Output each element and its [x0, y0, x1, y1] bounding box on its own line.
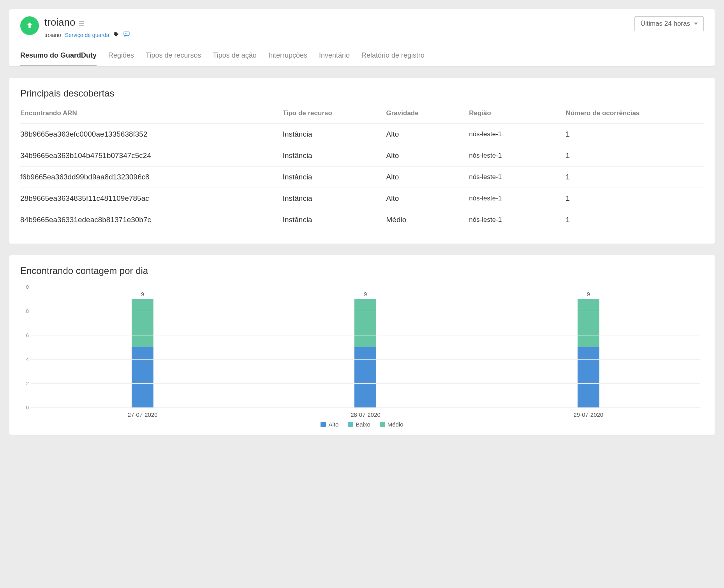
time-range-label: Últimas 24 horas — [640, 20, 690, 28]
cell-occurrences: 1 — [565, 145, 704, 167]
y-tick: 6 — [20, 332, 29, 338]
col-severity[interactable]: Gravidade — [386, 103, 469, 124]
legend-medio[interactable]: Médio — [380, 421, 403, 428]
cell-region: nós-leste-1 — [469, 209, 565, 231]
cell-region: nós-leste-1 — [469, 145, 565, 167]
x-tick: 28-07-2020 — [351, 411, 380, 418]
cell-type: Instância — [283, 145, 386, 167]
bar-total-label: 9 — [141, 291, 144, 297]
cell-severity: Médio — [386, 209, 469, 231]
bar-segment-medio — [354, 299, 376, 347]
comment-icon[interactable] — [123, 31, 130, 39]
x-tick: 27-07-2020 — [128, 411, 158, 418]
y-tick: 0 — [20, 405, 29, 411]
col-type[interactable]: Tipo de recurso — [283, 103, 386, 124]
tab-5[interactable]: Inventário — [319, 47, 350, 66]
cell-occurrences: 1 — [565, 167, 704, 188]
cell-occurrences: 1 — [565, 124, 704, 145]
table-row[interactable]: 28b9665ea3634835f11c481109e785acInstânci… — [20, 188, 704, 209]
arrow-up-icon — [25, 21, 34, 30]
time-range-select[interactable]: Últimas 24 horas — [634, 16, 704, 31]
cell-severity: Alto — [386, 145, 469, 167]
y-tick: 2 — [20, 381, 29, 386]
bar-group[interactable]: 9 — [255, 291, 476, 407]
breadcrumb: troiano Serviço de guarda — [44, 31, 130, 39]
y-tick: 0 — [20, 284, 29, 290]
cell-arn: 38b9665ea363efc0000ae1335638f352 — [20, 124, 283, 145]
svg-point-0 — [115, 33, 115, 33]
col-arn[interactable]: Encontrando ARN — [20, 103, 283, 124]
bar-group[interactable]: 9 — [478, 291, 699, 407]
tab-2[interactable]: Tipos de recursos — [146, 47, 201, 66]
tabs: Resumo do GuardDutyRegiõesTipos de recur… — [20, 47, 704, 66]
table-row[interactable]: f6b9665ea363dd99bd9aa8d1323096c8Instânci… — [20, 167, 704, 188]
x-tick: 29-07-2020 — [573, 411, 603, 418]
tab-3[interactable]: Tipos de ação — [213, 47, 256, 66]
col-region[interactable]: Região — [469, 103, 565, 124]
bar-total-label: 9 — [587, 291, 590, 297]
cell-severity: Alto — [386, 188, 469, 209]
hamburger-icon[interactable] — [79, 19, 84, 26]
chart-card: Encontrando contagem por dia 999 024680 … — [9, 255, 715, 435]
cell-type: Instância — [283, 188, 386, 209]
findings-table: Encontrando ARN Tipo de recurso Gravidad… — [20, 103, 704, 230]
bar-group[interactable]: 9 — [32, 291, 253, 407]
cell-arn: 28b9665ea3634835f11c481109e785ac — [20, 188, 283, 209]
cell-region: nós-leste-1 — [469, 124, 565, 145]
cell-type: Instância — [283, 209, 386, 231]
tab-1[interactable]: Regiões — [108, 47, 134, 66]
legend-alto[interactable]: Alto — [321, 421, 338, 428]
tab-4[interactable]: Interrupções — [268, 47, 307, 66]
header-card: troiano troiano Serviço de guarda Última… — [9, 9, 715, 66]
tab-0[interactable]: Resumo do GuardDuty — [20, 47, 97, 66]
bar-segment-alto — [132, 347, 153, 407]
bar-total-label: 9 — [364, 291, 367, 297]
y-tick: 8 — [20, 308, 29, 314]
findings-title: Principais descobertas — [20, 88, 704, 99]
table-row[interactable]: 34b9665ea363b104b4751b07347c5c24Instânci… — [20, 145, 704, 167]
page-title: troiano — [44, 16, 76, 28]
cell-region: nós-leste-1 — [469, 188, 565, 209]
cell-arn: f6b9665ea363dd99bd9aa8d1323096c8 — [20, 167, 283, 188]
cell-severity: Alto — [386, 124, 469, 145]
breadcrumb-root: troiano — [44, 32, 61, 38]
bar-segment-medio — [132, 299, 153, 347]
cell-type: Instância — [283, 167, 386, 188]
cell-arn: 34b9665ea363b104b4751b07347c5c24 — [20, 145, 283, 167]
cell-severity: Alto — [386, 167, 469, 188]
tab-6[interactable]: Relatório de registro — [361, 47, 425, 66]
avatar — [20, 16, 39, 35]
chart-x-labels: 27-07-202028-07-202029-07-2020 — [31, 411, 700, 418]
bar-segment-alto — [354, 347, 376, 407]
tag-icon[interactable] — [113, 31, 119, 39]
legend-baixo[interactable]: Baixo — [348, 421, 370, 428]
findings-card: Principais descobertas Encontrando ARN T… — [9, 78, 715, 244]
chart-grid: 999 024680 — [31, 287, 700, 407]
table-row[interactable]: 84b9665ea36331edeac8b81371e30b7cInstânci… — [20, 209, 704, 231]
col-occurrences[interactable]: Número de ocorrências — [565, 103, 704, 124]
breadcrumb-link[interactable]: Serviço de guarda — [65, 32, 109, 38]
table-row[interactable]: 38b9665ea363efc0000ae1335638f352Instânci… — [20, 124, 704, 145]
bar-segment-alto — [578, 347, 599, 407]
bar-segment-medio — [578, 299, 599, 347]
chart-legend: Alto Baixo Médio — [20, 421, 704, 428]
cell-occurrences: 1 — [565, 188, 704, 209]
cell-type: Instância — [283, 124, 386, 145]
chevron-down-icon — [694, 23, 698, 25]
chart-title: Encontrando contagem por dia — [20, 265, 704, 276]
cell-occurrences: 1 — [565, 209, 704, 231]
y-tick: 4 — [20, 356, 29, 362]
cell-arn: 84b9665ea36331edeac8b81371e30b7c — [20, 209, 283, 231]
cell-region: nós-leste-1 — [469, 167, 565, 188]
